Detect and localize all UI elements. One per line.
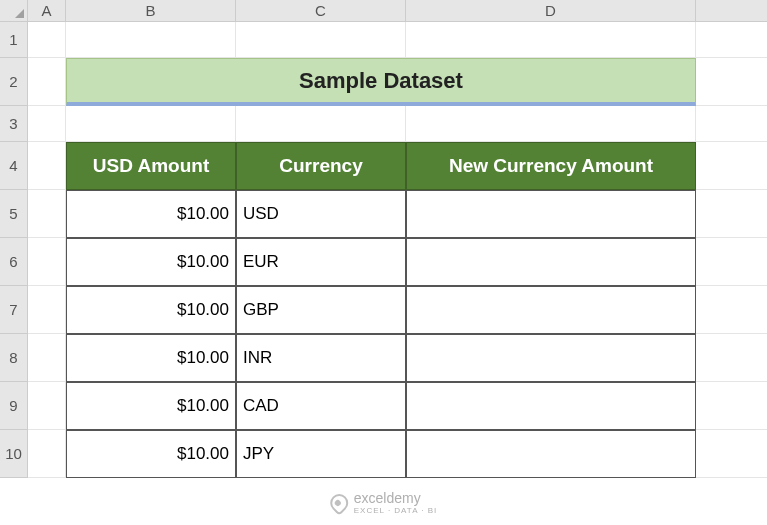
cell-a8[interactable] (28, 334, 66, 382)
cell-e10[interactable] (696, 430, 767, 478)
table-header-usd-amount[interactable]: USD Amount (66, 142, 236, 190)
cell-d1[interactable] (406, 22, 696, 58)
cell-e3[interactable] (696, 106, 767, 142)
cell-b6[interactable]: $10.00 (66, 238, 236, 286)
col-header-b[interactable]: B (66, 0, 236, 22)
col-header-blank (696, 0, 767, 22)
cell-e6[interactable] (696, 238, 767, 286)
watermark-tag: EXCEL · DATA · BI (354, 506, 438, 515)
cell-a5[interactable] (28, 190, 66, 238)
cell-c6[interactable]: EUR (236, 238, 406, 286)
watermark: exceldemy EXCEL · DATA · BI (330, 490, 438, 515)
title-cell[interactable]: Sample Dataset (66, 58, 696, 106)
cell-e2[interactable] (696, 58, 767, 106)
select-all-corner[interactable] (0, 0, 28, 22)
cell-e4[interactable] (696, 142, 767, 190)
cell-d6[interactable] (406, 238, 696, 286)
row-header-8[interactable]: 8 (0, 334, 28, 382)
cell-c5[interactable]: USD (236, 190, 406, 238)
cell-a6[interactable] (28, 238, 66, 286)
watermark-name: exceldemy (354, 490, 421, 506)
cell-a4[interactable] (28, 142, 66, 190)
cell-e5[interactable] (696, 190, 767, 238)
row-header-2[interactable]: 2 (0, 58, 28, 106)
col-header-a[interactable]: A (28, 0, 66, 22)
row-header-5[interactable]: 5 (0, 190, 28, 238)
cell-d5[interactable] (406, 190, 696, 238)
cell-e7[interactable] (696, 286, 767, 334)
cell-b9[interactable]: $10.00 (66, 382, 236, 430)
cell-b1[interactable] (66, 22, 236, 58)
row-header-9[interactable]: 9 (0, 382, 28, 430)
cell-b8[interactable]: $10.00 (66, 334, 236, 382)
cell-a9[interactable] (28, 382, 66, 430)
cell-b10[interactable]: $10.00 (66, 430, 236, 478)
cell-a1[interactable] (28, 22, 66, 58)
cell-c8[interactable]: INR (236, 334, 406, 382)
cell-d9[interactable] (406, 382, 696, 430)
cell-b3[interactable] (66, 106, 236, 142)
cell-a10[interactable] (28, 430, 66, 478)
watermark-logo-icon (326, 490, 351, 515)
row-header-4[interactable]: 4 (0, 142, 28, 190)
cell-e8[interactable] (696, 334, 767, 382)
col-header-c[interactable]: C (236, 0, 406, 22)
col-header-d[interactable]: D (406, 0, 696, 22)
cell-a7[interactable] (28, 286, 66, 334)
cell-e1[interactable] (696, 22, 767, 58)
table-header-new-currency[interactable]: New Currency Amount (406, 142, 696, 190)
cell-c1[interactable] (236, 22, 406, 58)
spreadsheet-grid: A B C D 1 2 Sample Dataset 3 4 USD Amoun… (0, 0, 767, 478)
cell-e9[interactable] (696, 382, 767, 430)
row-header-3[interactable]: 3 (0, 106, 28, 142)
cell-d3[interactable] (406, 106, 696, 142)
table-header-currency[interactable]: Currency (236, 142, 406, 190)
cell-b5[interactable]: $10.00 (66, 190, 236, 238)
row-header-1[interactable]: 1 (0, 22, 28, 58)
row-header-10[interactable]: 10 (0, 430, 28, 478)
row-header-7[interactable]: 7 (0, 286, 28, 334)
cell-b7[interactable]: $10.00 (66, 286, 236, 334)
cell-c10[interactable]: JPY (236, 430, 406, 478)
cell-c7[interactable]: GBP (236, 286, 406, 334)
cell-d8[interactable] (406, 334, 696, 382)
cell-a3[interactable] (28, 106, 66, 142)
cell-d10[interactable] (406, 430, 696, 478)
row-header-6[interactable]: 6 (0, 238, 28, 286)
cell-c3[interactable] (236, 106, 406, 142)
watermark-text: exceldemy EXCEL · DATA · BI (354, 490, 438, 515)
cell-a2[interactable] (28, 58, 66, 106)
cell-c9[interactable]: CAD (236, 382, 406, 430)
cell-d7[interactable] (406, 286, 696, 334)
